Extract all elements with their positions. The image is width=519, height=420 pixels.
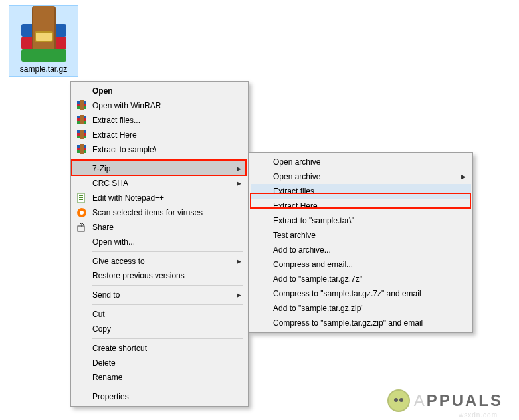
submenu-arrow-icon: ▶	[235, 258, 241, 264]
submenu-arrow-icon: ▶	[235, 180, 241, 187]
blank-icon	[75, 237, 88, 247]
winrar-icon	[75, 115, 88, 126]
blank-icon	[75, 163, 88, 174]
svg-rect-22	[78, 226, 84, 231]
submenu-open-archive-alt[interactable]: Open archive ▶	[251, 169, 471, 184]
blank-icon	[75, 270, 88, 281]
menu-extract-here[interactable]: Extract Here	[72, 128, 247, 142]
svg-rect-17	[79, 195, 83, 196]
menu-7zip[interactable]: 7-Zip ▶	[72, 161, 247, 176]
svg-point-21	[80, 211, 84, 215]
svg-rect-15	[80, 144, 84, 154]
menu-edit-notepadpp[interactable]: Edit with Notepad++	[72, 191, 247, 205]
submenu-extract-here[interactable]: Extract Here	[251, 199, 471, 213]
blank-icon	[75, 256, 88, 266]
separator	[92, 304, 243, 305]
menu-cut[interactable]: Cut	[72, 307, 247, 322]
menu-send-to[interactable]: Send to ▶	[72, 288, 247, 302]
submenu-compress-7z-email[interactable]: Compress to "sample.tar.gz.7z" and email	[251, 286, 471, 301]
menu-properties[interactable]: Properties	[72, 389, 247, 404]
menu-extract-files[interactable]: Extract files...	[72, 113, 247, 128]
winrar-icon	[75, 144, 88, 155]
svg-rect-11	[80, 130, 84, 139]
blank-icon	[75, 324, 88, 334]
share-icon	[75, 222, 88, 233]
blank-icon	[75, 290, 88, 300]
submenu-add-to-archive[interactable]: Add to archive...	[251, 243, 471, 257]
svg-rect-19	[79, 199, 83, 200]
menu-scan-viruses[interactable]: Scan selected items for viruses	[72, 205, 247, 220]
submenu-open-archive[interactable]: Open archive	[251, 155, 471, 169]
svg-rect-18	[79, 197, 83, 198]
file-name-label: sample.tar.gz	[11, 64, 76, 74]
submenu-test-archive[interactable]: Test archive	[251, 228, 471, 243]
submenu-compress-zip-email[interactable]: Compress to "sample.tar.gz.zip" and emai…	[251, 316, 471, 330]
svg-rect-7	[80, 115, 84, 124]
blank-icon	[75, 358, 88, 368]
separator	[92, 338, 243, 339]
appuals-mascot-icon	[387, 389, 410, 412]
submenu-compress-email[interactable]: Compress and email...	[251, 257, 471, 272]
notepadpp-icon	[75, 193, 88, 203]
appuals-text: APPUALS	[414, 391, 503, 410]
winrar-icon	[75, 100, 88, 111]
menu-delete[interactable]: Delete	[72, 356, 247, 370]
winrar-archive-icon	[17, 9, 70, 62]
menu-restore-previous[interactable]: Restore previous versions	[72, 268, 247, 283]
menu-copy[interactable]: Copy	[72, 322, 247, 336]
submenu-extract-files[interactable]: Extract files...	[251, 184, 471, 199]
separator	[92, 251, 243, 252]
separator	[92, 159, 243, 159]
submenu-extract-to[interactable]: Extract to "sample.tar\"	[251, 213, 471, 228]
blank-icon	[75, 391, 88, 402]
menu-open[interactable]: Open	[72, 84, 247, 98]
menu-rename[interactable]: Rename	[72, 370, 247, 385]
winrar-icon	[75, 130, 88, 140]
svg-rect-3	[80, 100, 84, 110]
separator	[92, 387, 243, 387]
blank-icon	[75, 178, 88, 189]
menu-create-shortcut[interactable]: Create shortcut	[72, 341, 247, 356]
submenu-arrow-icon: ▶	[235, 292, 241, 298]
blank-icon	[75, 372, 88, 383]
menu-open-winrar[interactable]: Open with WinRAR	[72, 98, 247, 113]
file-item[interactable]: sample.tar.gz	[9, 5, 78, 77]
avast-icon	[75, 207, 88, 218]
menu-extract-to-folder[interactable]: Extract to sample\	[72, 142, 247, 157]
blank-icon	[75, 343, 88, 354]
menu-crc-sha[interactable]: CRC SHA ▶	[72, 176, 247, 191]
separator	[92, 285, 243, 286]
submenu-arrow-icon: ▶	[235, 165, 241, 172]
submenu-add-7z[interactable]: Add to "sample.tar.gz.7z"	[251, 272, 471, 286]
blank-icon	[75, 86, 88, 96]
context-menu: Open Open with WinRAR Extract files... E…	[70, 81, 249, 407]
appuals-logo: APPUALS	[387, 389, 503, 412]
submenu-add-zip[interactable]: Add to "sample.tar.gz.zip"	[251, 301, 471, 316]
watermark-url: wsxdn.com	[459, 411, 498, 419]
menu-open-with[interactable]: Open with...	[72, 235, 247, 249]
menu-give-access[interactable]: Give access to ▶	[72, 254, 247, 268]
menu-share[interactable]: Share	[72, 220, 247, 235]
submenu-arrow-icon: ▶	[459, 173, 466, 180]
blank-icon	[75, 309, 88, 320]
context-submenu-7zip: Open archive Open archive ▶ Extract file…	[249, 152, 473, 333]
